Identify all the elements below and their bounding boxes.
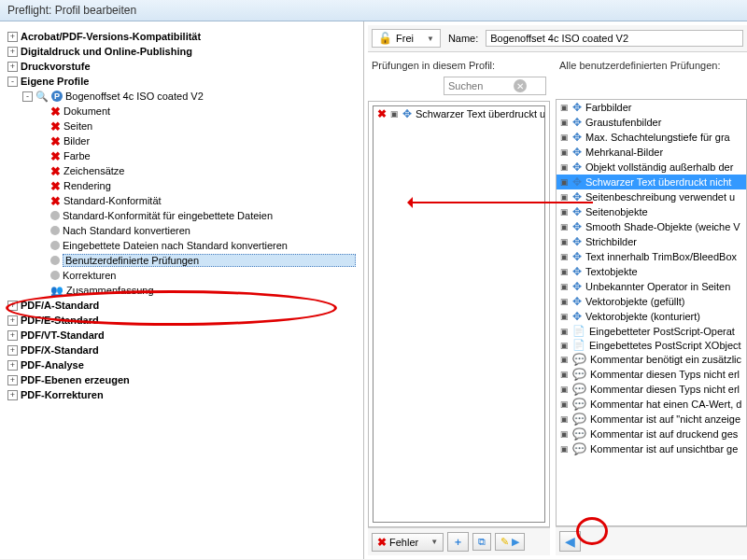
- expand-icon: ▣: [560, 192, 569, 202]
- tree-row[interactable]: ✖Seiten: [6, 119, 358, 133]
- expand-icon: ▣: [560, 312, 569, 321]
- all-check-item[interactable]: ▣✥Unbekannter Operator in Seiten: [557, 279, 746, 294]
- lock-open-icon: 🔓: [378, 32, 392, 45]
- expand-icon: ▣: [560, 327, 569, 336]
- all-check-item[interactable]: ▣✥Text innerhalb TrimBox/BleedBox: [557, 249, 746, 264]
- tree-row[interactable]: Eingebettete Dateien nach Standard konve…: [6, 238, 358, 253]
- tree-row[interactable]: Benutzerdefinierte Prüfungen: [6, 253, 358, 268]
- tree-row[interactable]: +Druckvorstufe: [6, 59, 358, 74]
- expand-icon: ▣: [560, 237, 569, 246]
- all-check-item[interactable]: ▣💬Kommentar hat einen CA-Wert, d: [557, 397, 746, 412]
- tree-row[interactable]: Korrekturen: [6, 268, 358, 283]
- disabled-icon: [50, 226, 60, 235]
- all-check-item[interactable]: ▣✥Objekt vollständig außerhalb der: [557, 160, 746, 175]
- comment-icon: 💬: [572, 442, 586, 455]
- comment-icon: 💬: [572, 383, 586, 396]
- tree-row[interactable]: ✖Rendering: [6, 178, 358, 193]
- all-check-item[interactable]: ▣✥Vektorobjekte (konturiert): [557, 309, 746, 324]
- error-severity-button[interactable]: ✖ Fehler ▼: [372, 533, 444, 552]
- comment-icon: 💬: [572, 398, 586, 411]
- move-icon: ✥: [572, 101, 582, 114]
- expand-icon: ▣: [560, 341, 569, 350]
- tree-row[interactable]: +PDF-Analyse: [6, 357, 358, 372]
- comment-icon: 💬: [572, 427, 586, 441]
- expand-icon: ▣: [560, 444, 569, 454]
- expand-icon: ▣: [560, 355, 569, 364]
- expand-icon: ▣: [560, 118, 569, 127]
- chevron-down-icon: ▼: [427, 35, 434, 43]
- tree-row[interactable]: +Acrobat/PDF-Versions-Kompatibilität: [6, 29, 358, 44]
- summary-icon: 👥: [50, 285, 63, 297]
- current-check-item[interactable]: ✖▣✥Schwarzer Text überdruckt u: [374, 106, 544, 121]
- comment-icon: 💬: [572, 353, 586, 366]
- tree-row[interactable]: ✖Zeichensätze: [6, 163, 358, 178]
- move-left-button[interactable]: ◀: [559, 531, 581, 552]
- tree-row[interactable]: ✖Farbe: [6, 148, 358, 163]
- all-check-item[interactable]: ▣✥Seitenbeschreibung verwendet u: [557, 189, 746, 204]
- tree-row[interactable]: -Eigene Profile: [6, 74, 358, 89]
- expand-icon: ▣: [560, 147, 569, 157]
- comment-icon: 💬: [572, 413, 586, 426]
- tree-row[interactable]: +Digitaldruck und Online-Publishing: [6, 44, 358, 59]
- lock-label: Frei: [396, 33, 414, 44]
- all-check-item[interactable]: ▣💬Kommentar diesen Typs nicht erl: [557, 367, 746, 382]
- expand-icon: ▣: [560, 429, 569, 439]
- error-icon: ✖: [50, 194, 61, 208]
- duplicate-check-button[interactable]: ⧉: [472, 533, 491, 551]
- search-box[interactable]: ✕: [444, 77, 546, 95]
- tree-row[interactable]: Standard-Konformität für eingebettete Da…: [6, 208, 358, 223]
- all-check-item[interactable]: ▣💬Kommentar benötigt ein zusätzlic: [557, 352, 746, 367]
- expand-icon: ▣: [560, 133, 569, 142]
- tree-row[interactable]: +PDF/A-Standard: [6, 298, 358, 313]
- move-icon: ✥: [572, 116, 582, 129]
- all-check-item[interactable]: ▣✥Max. Schachtelungstiefe für gra: [557, 130, 746, 145]
- clear-search-icon[interactable]: ✕: [514, 79, 527, 92]
- expand-icon: ▣: [560, 222, 569, 231]
- move-right-button[interactable]: ✎▶: [495, 533, 525, 551]
- tree-row[interactable]: 👥Zusammenfassung: [6, 283, 358, 298]
- chevron-down-icon: ▼: [430, 538, 438, 546]
- tree-row[interactable]: ✖Standard-Konformität: [6, 193, 358, 208]
- all-check-item[interactable]: ▣💬Kommentar ist auf "nicht anzeige: [557, 412, 746, 427]
- all-check-item[interactable]: ▣📄Eingebettetes PostScript XObject: [557, 338, 746, 352]
- profile-p-icon: P: [51, 91, 63, 102]
- tree-row[interactable]: +PDF/E-Standard: [6, 313, 358, 328]
- all-check-item[interactable]: ▣✥Smooth Shade-Objekte (weiche V: [557, 219, 746, 234]
- profile-name-input[interactable]: [486, 30, 743, 47]
- tree-row[interactable]: +PDF/X-Standard: [6, 343, 358, 357]
- all-check-item[interactable]: ▣💬Kommentar ist auf unsichtbar ge: [557, 441, 746, 456]
- add-check-button[interactable]: ＋: [447, 532, 469, 552]
- tree-row[interactable]: ✖Bilder: [6, 133, 358, 148]
- move-icon: ✥: [572, 175, 582, 189]
- all-check-item[interactable]: ▣✥Vektorobjekte (gefüllt): [557, 294, 746, 309]
- all-check-item[interactable]: ▣✥Schwarzer Text überdruckt nicht: [557, 175, 746, 189]
- page-icon: 📄: [572, 325, 585, 337]
- all-check-item[interactable]: ▣💬Kommentar ist auf druckend ges: [557, 427, 746, 441]
- all-check-item[interactable]: ▣📄Eingebetteter PostScript-Operat: [557, 324, 746, 338]
- all-check-item[interactable]: ▣✥Farbbilder: [557, 100, 746, 115]
- all-check-item[interactable]: ▣✥Textobjekte: [557, 264, 746, 279]
- all-check-item[interactable]: ▣✥Seitenobjekte: [557, 204, 746, 219]
- expand-icon: ▣: [560, 252, 569, 261]
- tree-row[interactable]: +PDF-Korrekturen: [6, 387, 358, 402]
- name-label: Name:: [448, 33, 478, 44]
- search-input[interactable]: [448, 80, 514, 91]
- all-check-item[interactable]: ▣✥Strichbilder: [557, 234, 746, 249]
- tree-row[interactable]: +PDF-Ebenen erzeugen: [6, 372, 358, 387]
- move-icon: ✥: [572, 190, 582, 203]
- expand-icon: ▣: [560, 207, 569, 217]
- error-icon: ✖: [377, 536, 387, 549]
- move-icon: ✥: [572, 310, 582, 323]
- all-check-item[interactable]: ▣✥Mehrkanal-Bilder: [557, 145, 746, 160]
- lock-dropdown[interactable]: 🔓 Frei ▼: [372, 29, 441, 48]
- all-check-item[interactable]: ▣✥Graustufenbilder: [557, 115, 746, 130]
- tree-row[interactable]: +PDF/VT-Standard: [6, 328, 358, 343]
- all-check-item[interactable]: ▣💬Kommentar diesen Typs nicht erl: [557, 382, 746, 397]
- tree-row[interactable]: Nach Standard konvertieren: [6, 223, 358, 238]
- expand-icon: ▣: [560, 399, 569, 409]
- tree-row[interactable]: ✖Dokument: [6, 104, 358, 119]
- expand-icon: ▣: [560, 385, 569, 394]
- tree-row[interactable]: -🔍PBogenoffset 4c ISO coated V2: [6, 89, 358, 104]
- expand-icon: ▣: [560, 282, 569, 291]
- error-label: Fehler: [389, 537, 418, 548]
